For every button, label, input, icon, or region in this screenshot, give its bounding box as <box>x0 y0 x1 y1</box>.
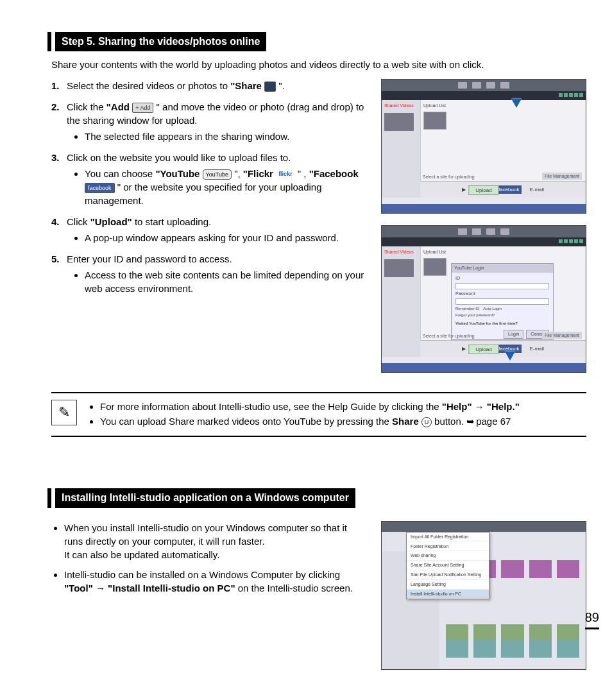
bullet-text: Intelli-studio can be installed on a Win… <box>64 569 340 580</box>
step-text: Click <box>67 216 90 227</box>
screenshots-column: Shared Videos Upload List Select a site … <box>381 79 586 373</box>
page-number: 89 <box>585 608 599 629</box>
share-icon <box>264 81 276 92</box>
file-mgmt-label: File Management <box>542 332 582 339</box>
bullet-bold: "Tool" <box>64 583 93 593</box>
install-text-column: When you install Intelli-studio on your … <box>51 521 368 601</box>
login-button: Login <box>504 330 523 339</box>
cursor-arrow-icon <box>505 352 515 361</box>
youtube-service-icon: ▶ <box>459 345 468 353</box>
facebook-icon: facebook <box>85 183 115 193</box>
youtube-icon: YouTube <box>203 169 232 180</box>
side-thumbnail <box>384 259 414 277</box>
step-bold: "Upload" <box>90 216 132 227</box>
forgot-label: Forgot your password? <box>455 312 549 318</box>
sub-text: " or the website you specified for your … <box>85 182 322 206</box>
step-text: Enter your ID and password to access. <box>67 253 232 264</box>
step-5: 5. Enter your ID and password to access.… <box>51 252 368 295</box>
install-bullet-2: Intelli-studio can be installed on a Win… <box>64 568 368 595</box>
step-3: 3. Click on the website you would like t… <box>51 151 368 207</box>
login-title: YouTube Login <box>452 264 553 273</box>
cursor-arrow-icon <box>511 99 522 108</box>
install-bullet-1: When you install Intelli-studio on your … <box>64 521 368 561</box>
main-thumbnail <box>423 258 446 276</box>
steps-column: 1. Select the desired videos or photos t… <box>51 79 368 303</box>
menu-item: Share Site Account Setting <box>407 561 489 570</box>
thumbnail-row <box>446 640 579 658</box>
step-number: 1. <box>51 79 60 92</box>
section-header-step5: Step 5. Sharing the videos/photos online <box>51 32 266 51</box>
upload-button: Upload <box>468 345 498 354</box>
bullet-text: on the Intelli-studio screen. <box>238 583 353 593</box>
login-pw-field <box>455 298 549 305</box>
sub-text: " , <box>298 168 309 179</box>
youtube-service-icon: ▶ <box>459 185 468 194</box>
menu-item: Language Setting <box>407 580 489 590</box>
menu-item: Star File Upload Notification Setting <box>407 570 489 580</box>
add-icon: + Add <box>132 103 153 113</box>
select-site-label: Select a site for uploading <box>423 174 475 180</box>
step-text: Select the desired videos or photos to <box>67 80 230 91</box>
side-thumbnail <box>384 113 414 131</box>
note-bold: "Help" <box>442 401 472 412</box>
step-text-end: to start uploading. <box>135 216 211 227</box>
step-number: 3. <box>51 151 60 164</box>
bullet-text: When you install Intelli-studio on your … <box>64 522 347 547</box>
share-round-icon: U <box>421 417 432 427</box>
screenshot-upload: Shared Videos Upload List Select a site … <box>381 79 586 214</box>
youtube-label: "YouTube <box>155 168 200 179</box>
main-thumbnail <box>423 112 446 130</box>
remember-label: Remember ID <box>455 306 479 311</box>
note-line-1: For more information about Intelli-studi… <box>100 400 586 413</box>
note-bold: "Help." <box>487 401 520 412</box>
menu-item: Folder Registration <box>407 542 489 552</box>
step-sub: Access to the web site contents can be l… <box>85 268 368 295</box>
flickr-label: "Flickr <box>243 168 273 179</box>
note-line-2: You can upload Share marked videos onto … <box>100 414 586 428</box>
note-block: ✎ For more information about Intelli-stu… <box>51 392 586 437</box>
section-header-install: Installing Intelli-studio application on… <box>51 488 355 508</box>
login-id-field <box>455 283 549 289</box>
screenshot-install: Import All Folder Registration Folder Re… <box>381 521 586 670</box>
side-label: Shared Videos <box>384 103 418 109</box>
sub-text: ", <box>234 168 243 179</box>
service-bar: ▶ flickr facebook E-mail <box>420 340 586 357</box>
step-1: 1. Select the desired videos or photos t… <box>51 79 368 92</box>
menu-item: Import All Folder Registration <box>407 533 489 542</box>
step-sub: You can choose "YouTube YouTube ", "Flic… <box>85 167 368 207</box>
main-label: Upload List <box>423 249 583 255</box>
note-text: For more information about Intelli-studi… <box>100 401 442 412</box>
bullet-bold: "Install Intelli-studio on PC" <box>108 583 235 593</box>
bullet-text: It can also be updated automatically. <box>64 549 219 560</box>
side-label: Shared Videos <box>384 249 418 255</box>
menu-item: Web sharing <box>407 551 489 561</box>
page-ref-icon <box>466 416 476 427</box>
arrow-right-icon <box>475 401 484 412</box>
email-service: E-mail <box>527 345 547 353</box>
login-pw-label: Password <box>455 291 549 297</box>
step-4: 4. Click "Upload" to start uploading. A … <box>51 215 368 244</box>
intro-text: Share your contents with the world by up… <box>51 58 586 71</box>
step-text: Click the <box>67 101 106 112</box>
facebook-service: facebook <box>496 185 522 194</box>
firsttime-label: Visited YouTube for the first time? <box>455 321 549 326</box>
menu-item-highlighted: Install Intelli-studio on PC <box>407 590 489 599</box>
flickr-icon: flickr <box>276 169 295 180</box>
service-bar: ▶ flickr facebook E-mail <box>420 181 586 198</box>
note-text: button. <box>434 416 466 427</box>
select-site-label: Select a site for uploading <box>423 333 475 339</box>
note-text: You can upload Share marked videos onto … <box>100 416 392 427</box>
page-ref: page 67 <box>476 416 511 427</box>
step-bold: "Share <box>230 80 262 91</box>
login-dialog: YouTube Login ID Password Remember ID Au… <box>451 263 554 340</box>
sub-text: You can choose <box>85 168 155 179</box>
step-bold: "Add <box>106 101 130 112</box>
arrow-right-icon <box>96 583 105 593</box>
upload-button: Upload <box>468 185 498 195</box>
step-2: 2. Click the "Add + Add " and move the v… <box>51 100 368 143</box>
main-label: Upload List <box>423 103 583 109</box>
step-sub: A pop-up window appears asking for your … <box>85 231 368 244</box>
email-service: E-mail <box>527 185 547 194</box>
screenshot-login: Shared Videos Upload List YouTube Login … <box>381 225 586 373</box>
login-id-label: ID <box>455 275 549 282</box>
